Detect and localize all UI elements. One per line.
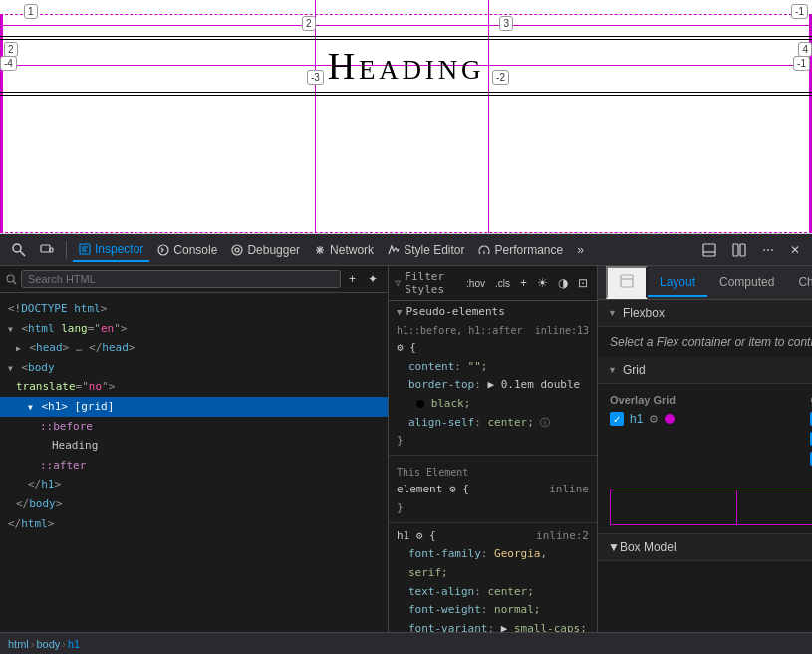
head-expand[interactable] bbox=[16, 341, 21, 354]
html-css-container: <!DOCTYPE html> <html lang="en"> <head> … bbox=[0, 293, 388, 654]
right-tab-computed[interactable]: Computed bbox=[707, 269, 786, 297]
devtools-panel: Inspector Console Debugger Network Style… bbox=[0, 234, 812, 654]
responsive-button[interactable] bbox=[34, 239, 60, 261]
pseudo-elements-section: ▼ Pseudo-elements h1::before, h1::after … bbox=[389, 301, 597, 455]
svg-point-9 bbox=[232, 245, 242, 255]
devtools-main: + ✦ <!DOCTYPE html> <html lang="en"> bbox=[0, 266, 812, 654]
pseudo-align[interactable]: align-self: center; ⓘ bbox=[397, 414, 589, 433]
html-panel: + ✦ <!DOCTYPE html> <html lang="en"> bbox=[0, 266, 389, 654]
svg-point-15 bbox=[7, 275, 14, 282]
tab-console[interactable]: Console bbox=[151, 239, 223, 261]
dock-button[interactable] bbox=[696, 239, 722, 261]
tree-body-close[interactable]: </body> bbox=[0, 494, 388, 514]
svg-rect-3 bbox=[50, 248, 53, 252]
guide-4-right: 4 bbox=[798, 42, 812, 57]
svg-point-10 bbox=[235, 248, 239, 252]
grid-row: Overlay Grid ✓ h1 ⚙ Grid Display Setting… bbox=[610, 394, 812, 472]
breadcrumb-h1[interactable]: h1 bbox=[68, 638, 80, 650]
tab-network[interactable]: Network bbox=[308, 239, 380, 261]
preview-area: Heading 1 -1 2 4 2 3 -3 -2 -4 -1 bbox=[0, 0, 812, 234]
h1-color-dot bbox=[665, 414, 675, 424]
tree-after[interactable]: ::after bbox=[0, 456, 388, 476]
tree-html[interactable]: <html lang="en"> bbox=[0, 319, 388, 339]
guide-1-top: 1 bbox=[24, 4, 38, 19]
toolbar-right: ⋯ ✕ bbox=[696, 239, 806, 261]
pseudo-elements-header[interactable]: ▼ Pseudo-elements bbox=[397, 305, 589, 318]
filter-icon bbox=[395, 278, 401, 288]
tab-debugger[interactable]: Debugger bbox=[225, 239, 306, 261]
more-tabs-button[interactable]: » bbox=[571, 239, 590, 261]
tab-inspector[interactable]: Inspector bbox=[73, 238, 149, 262]
h1-checkbox[interactable]: ✓ bbox=[610, 412, 624, 426]
tree-h1[interactable]: <h1> [grid] bbox=[0, 397, 388, 417]
overlay-grid-title: Overlay Grid bbox=[610, 394, 790, 406]
this-element-section: This Element element ⚙ { inline } bbox=[389, 455, 597, 521]
close-button[interactable]: ✕ bbox=[784, 239, 806, 261]
h1-gear-icon[interactable]: ⚙ bbox=[649, 413, 659, 426]
flexbox-title: Flexbox bbox=[623, 306, 665, 320]
pseudo-arrow: ▼ bbox=[397, 307, 402, 317]
preview-heading: Heading bbox=[0, 36, 812, 96]
grid-section-header[interactable]: ▼ Grid bbox=[598, 357, 812, 384]
inspect-button[interactable] bbox=[6, 239, 32, 261]
flexbox-section-header[interactable]: ▼ Flexbox bbox=[598, 300, 812, 327]
menu-button[interactable]: ⋯ bbox=[756, 239, 780, 261]
split-button[interactable] bbox=[726, 239, 752, 261]
right-panel: Layout Computed Changes Fonts Animations… bbox=[598, 266, 812, 654]
tree-text-heading[interactable]: Heading bbox=[0, 436, 388, 456]
pick-element-button[interactable]: ✦ bbox=[364, 270, 382, 288]
tree-body-attr[interactable]: translate="no"> bbox=[0, 377, 388, 397]
tree-head[interactable]: <head> … </head> bbox=[0, 338, 388, 358]
h1-font-family[interactable]: font-family: Georgia, serif; bbox=[397, 545, 589, 582]
heading-text: Heading bbox=[0, 36, 812, 96]
add-node-button[interactable]: + bbox=[345, 270, 360, 288]
tree-h1-close[interactable]: </h1> bbox=[0, 475, 388, 494]
right-tab-changes[interactable]: Changes bbox=[786, 269, 812, 297]
h1-expand[interactable] bbox=[28, 400, 33, 413]
h1-overlay-label: h1 bbox=[630, 412, 643, 426]
tree-before[interactable]: ::before bbox=[0, 417, 388, 437]
h1-font-weight[interactable]: font-weight: normal; bbox=[397, 601, 589, 620]
flexbox-arrow: ▼ bbox=[608, 308, 617, 318]
dark-mode-button[interactable]: ◑ bbox=[555, 275, 571, 291]
pseudo-border-top[interactable]: border-top: ▶ 0.1em double bbox=[397, 376, 589, 395]
grid-title: Grid bbox=[623, 363, 646, 377]
tree-html-close[interactable]: </html> bbox=[0, 514, 388, 534]
tree-doctype[interactable]: <!DOCTYPE html> bbox=[0, 299, 388, 319]
tab-style-editor[interactable]: Style Editor bbox=[382, 239, 470, 261]
tree-body-open[interactable]: <body bbox=[0, 358, 388, 378]
light-mode-button[interactable]: ☀ bbox=[534, 275, 551, 291]
grid-content: Overlay Grid ✓ h1 ⚙ Grid Display Setting… bbox=[598, 384, 812, 482]
guide-neg1-top: -1 bbox=[791, 4, 808, 19]
right-tab-icon[interactable] bbox=[606, 266, 648, 299]
tab-performance[interactable]: Performance bbox=[472, 239, 569, 261]
body-expand[interactable] bbox=[8, 361, 13, 374]
add-rule-button[interactable]: + bbox=[517, 275, 530, 291]
pseudo-content[interactable]: content: ""; bbox=[397, 358, 589, 377]
right-content: ▼ Flexbox Select a Flex container or ite… bbox=[598, 300, 812, 654]
svg-rect-17 bbox=[621, 275, 633, 287]
html-expand[interactable] bbox=[8, 322, 13, 335]
pseudo-border-val[interactable]: black; bbox=[397, 395, 589, 414]
guide-neg3-bottom: -3 bbox=[307, 70, 324, 85]
box-model-section-header[interactable]: ▼ Box Model bbox=[598, 533, 812, 561]
pseudo-title: Pseudo-elements bbox=[406, 305, 504, 318]
h1-selector: h1 ⚙ { inline:2 bbox=[397, 527, 589, 546]
screenshot-css-button[interactable]: ⊡ bbox=[575, 275, 591, 291]
devtools-toolbar: Inspector Console Debugger Network Style… bbox=[0, 234, 812, 266]
grid-visual-container bbox=[598, 482, 812, 533]
svg-line-1 bbox=[20, 251, 25, 256]
cls-button[interactable]: .cls bbox=[492, 275, 513, 291]
hov-button[interactable]: :hov bbox=[463, 275, 488, 291]
right-tab-layout[interactable]: Layout bbox=[648, 269, 707, 297]
pseudo-close: } bbox=[397, 432, 589, 451]
search-html-input[interactable] bbox=[21, 270, 341, 288]
breadcrumb-html[interactable]: html bbox=[8, 638, 29, 650]
breadcrumb: html › body › h1 bbox=[0, 632, 812, 654]
breadcrumb-body[interactable]: body bbox=[36, 638, 60, 650]
guide-neg4-left: -4 bbox=[0, 56, 17, 71]
svg-rect-11 bbox=[703, 244, 715, 256]
h1-overlay-item: ✓ h1 ⚙ bbox=[610, 412, 790, 426]
h1-text-align[interactable]: text-align: center; bbox=[397, 583, 589, 602]
element-rule: element ⚙ { inline bbox=[397, 481, 589, 499]
